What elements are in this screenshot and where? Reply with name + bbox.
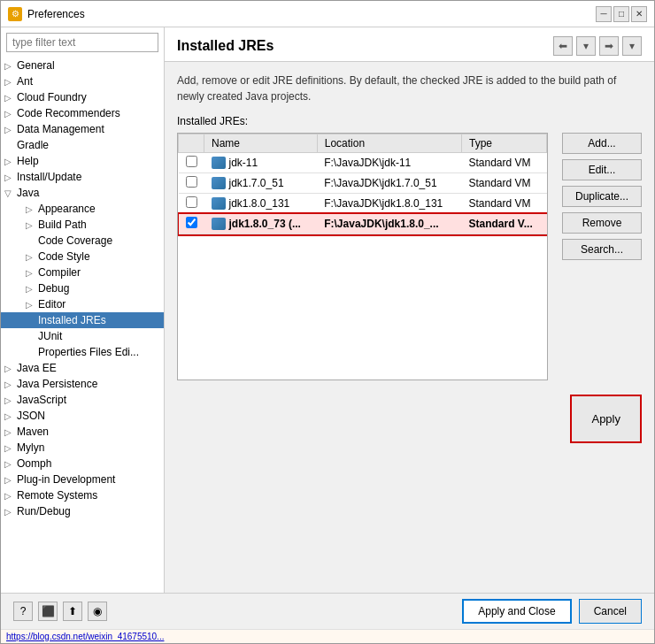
sidebar-item-json[interactable]: ▷ JSON	[1, 408, 164, 424]
jre-checkbox[interactable]	[186, 156, 197, 167]
forward-button[interactable]: ➡	[599, 36, 619, 56]
sidebar-item-compiler[interactable]: ▷ Compiler	[1, 264, 164, 280]
sidebar-item-appearance[interactable]: ▷ Appearance	[1, 201, 164, 217]
arrow-icon: ▷	[4, 61, 15, 71]
sidebar-item-run-debug[interactable]: ▷ Run/Debug	[1, 503, 164, 519]
url-bar: https://blog.csdn.net/weixin_41675510...	[1, 629, 654, 643]
sidebar-item-gradle[interactable]: Gradle	[1, 137, 164, 153]
jre-checkbox-checked[interactable]	[186, 217, 197, 228]
sidebar-item-code-style[interactable]: ▷ Code Style	[1, 249, 164, 264]
restore-defaults-icon[interactable]: ⬛	[38, 602, 58, 621]
arrow-icon: ▷	[4, 93, 15, 103]
arrow-icon: ▷	[26, 220, 36, 230]
sidebar-item-maven[interactable]: ▷ Maven	[1, 424, 164, 440]
sidebar-item-plugin-development[interactable]: ▷ Plug-in Development	[1, 472, 164, 487]
apply-and-close-button[interactable]: Apply and Close	[462, 599, 571, 624]
col-type[interactable]: Type	[461, 134, 546, 153]
sidebar-item-debug[interactable]: ▷ Debug	[1, 280, 164, 296]
sidebar-item-label: Install/Update	[17, 171, 81, 183]
sidebar-item-data-management[interactable]: ▷ Data Management	[1, 121, 164, 137]
main-content: ▷ General ▷ Ant ▷ Cloud Foundry ▷ Code R…	[1, 27, 654, 593]
checkbox-cell[interactable]	[179, 173, 204, 194]
col-name[interactable]: Name	[204, 134, 318, 153]
checkbox-cell[interactable]	[179, 214, 204, 234]
sidebar-item-remote-systems[interactable]: ▷ Remote Systems	[1, 487, 164, 503]
export-icon[interactable]: ⬆	[63, 602, 82, 621]
sidebar-item-label: Compiler	[38, 266, 81, 279]
jre-checkbox[interactable]	[186, 176, 197, 188]
jre-location: F:\JavaJDK\jdk-11	[317, 153, 461, 173]
sidebar-item-code-recommenders[interactable]: ▷ Code Recommenders	[1, 105, 164, 121]
sidebar-item-ant[interactable]: ▷ Ant	[1, 73, 164, 89]
arrow-icon: ▷	[26, 204, 36, 214]
jre-table-container[interactable]: Name Location Type jdk-1	[177, 133, 548, 380]
window-title: Preferences	[27, 8, 85, 20]
app-icon: ⚙	[8, 7, 22, 21]
table-row[interactable]: jdk1.8.0_131 F:\JavaJDK\jdk1.8.0_131 Sta…	[179, 194, 547, 214]
jre-checkbox[interactable]	[186, 196, 197, 208]
col-checkbox	[179, 134, 204, 153]
jre-type: Standard VM	[461, 173, 546, 194]
arrow-icon: ▷	[4, 475, 15, 485]
table-row-selected[interactable]: jdk1.8.0_73 (... F:\JavaJDK\jdk1.8.0_...…	[179, 214, 547, 234]
sidebar-item-junit[interactable]: JUnit	[1, 328, 164, 344]
jre-icon	[212, 157, 226, 169]
duplicate-button[interactable]: Duplicate...	[562, 186, 642, 207]
sidebar-item-label: Remote Systems	[17, 489, 97, 502]
sidebar-item-label: Gradle	[17, 139, 49, 151]
apply-button[interactable]: Apply	[570, 395, 642, 443]
checkbox-cell[interactable]	[179, 194, 204, 214]
edit-button[interactable]: Edit...	[562, 159, 642, 180]
filter-input[interactable]	[6, 33, 158, 52]
maximize-button[interactable]: □	[613, 6, 629, 22]
sidebar-item-cloud-foundry[interactable]: ▷ Cloud Foundry	[1, 89, 164, 105]
main-panel: Installed JREs ⬅ ▾ ➡ ▾ Add, remove or ed…	[165, 27, 654, 593]
jre-name: jdk1.7.0_51	[204, 173, 318, 194]
sidebar-item-label: Debug	[38, 282, 69, 295]
minimize-button[interactable]: ─	[596, 6, 612, 22]
preferences-window: ⚙ Preferences ─ □ ✕ ▷ General ▷ Ant	[0, 0, 655, 644]
import-icon[interactable]: ◉	[88, 602, 107, 621]
sidebar-item-java[interactable]: ▽ Java	[1, 185, 164, 201]
sidebar-item-java-persistence[interactable]: ▷ Java Persistence	[1, 376, 164, 392]
sidebar-item-java-ee[interactable]: ▷ Java EE	[1, 360, 164, 376]
sidebar-item-general[interactable]: ▷ General	[1, 58, 164, 73]
sidebar-item-label: Installed JREs	[38, 314, 106, 326]
sidebar-item-label: JSON	[17, 410, 45, 422]
sidebar-item-installed-jres[interactable]: Installed JREs	[1, 312, 164, 328]
sidebar-item-label: Java EE	[17, 362, 57, 374]
arrow-icon: ▷	[4, 364, 15, 373]
help-icon[interactable]: ?	[13, 602, 33, 621]
jre-type: Standard VM	[461, 194, 546, 214]
add-button[interactable]: Add...	[562, 133, 642, 154]
sidebar-item-javascript[interactable]: ▷ JavaScript	[1, 392, 164, 408]
sidebar-item-code-coverage[interactable]: Code Coverage	[1, 233, 164, 249]
sidebar-item-help[interactable]: ▷ Help	[1, 153, 164, 169]
arrow-icon: ▷	[4, 411, 15, 421]
sidebar-item-editor[interactable]: ▷ Editor	[1, 296, 164, 312]
back-button[interactable]: ⬅	[553, 36, 573, 56]
sidebar-item-install-update[interactable]: ▷ Install/Update	[1, 169, 164, 185]
sidebar-item-label: Code Recommenders	[17, 107, 120, 119]
table-row[interactable]: jdk-11 F:\JavaJDK\jdk-11 Standard VM	[179, 153, 547, 173]
sidebar-item-build-path[interactable]: ▷ Build Path	[1, 217, 164, 233]
nav-dropdown2[interactable]: ▾	[622, 36, 642, 56]
close-button[interactable]: ✕	[631, 6, 647, 22]
sidebar-item-label: JavaScript	[17, 394, 66, 406]
sidebar-item-label: Java	[17, 187, 39, 199]
cancel-button[interactable]: Cancel	[579, 599, 642, 624]
table-row[interactable]: jdk1.7.0_51 F:\JavaJDK\jdk1.7.0_51 Stand…	[179, 173, 547, 194]
jre-location: F:\JavaJDK\jdk1.7.0_51	[317, 173, 461, 194]
checkbox-cell[interactable]	[179, 153, 204, 173]
arrow-icon: ▷	[4, 443, 15, 453]
nav-dropdown[interactable]: ▾	[576, 36, 596, 56]
jre-name: jdk-11	[204, 153, 318, 173]
sidebar-item-mylyn[interactable]: ▷ Mylyn	[1, 440, 164, 456]
col-location[interactable]: Location	[317, 134, 461, 153]
arrow-icon: ▷	[4, 395, 15, 405]
search-button[interactable]: Search...	[562, 239, 642, 260]
arrow-icon: ▷	[4, 109, 15, 119]
sidebar-item-properties-files[interactable]: Properties Files Edi...	[1, 344, 164, 360]
sidebar-item-oomph[interactable]: ▷ Oomph	[1, 456, 164, 472]
remove-button[interactable]: Remove	[562, 212, 642, 234]
